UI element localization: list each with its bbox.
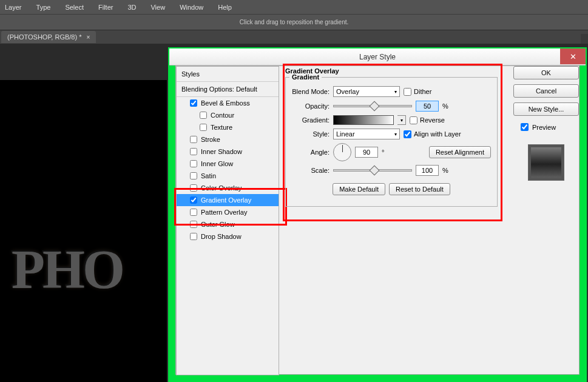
angle-wheel[interactable] <box>333 143 351 161</box>
scale-input[interactable] <box>416 165 439 176</box>
styles-header[interactable]: Styles <box>177 67 279 82</box>
dither-checkbox[interactable] <box>404 88 411 96</box>
opacity-slider[interactable] <box>333 105 412 107</box>
dialog-title: Layer Style <box>359 53 396 61</box>
style-checkbox[interactable] <box>200 124 207 131</box>
style-item-label: Stroke <box>201 136 220 143</box>
style-item-bevel-emboss[interactable]: Bevel & Emboss <box>177 97 279 109</box>
style-checkbox[interactable] <box>190 184 197 192</box>
menu-layer[interactable]: Layer <box>5 4 22 11</box>
dialog: Layer Style ✕ Styles Blending Options: D… <box>168 47 587 382</box>
style-item-stroke[interactable]: Stroke <box>177 133 279 146</box>
chevron-down-icon: ▾ <box>394 132 397 137</box>
angle-input[interactable] <box>355 147 378 158</box>
group-legend: Gradient <box>289 73 322 81</box>
style-select[interactable]: Linear▾ <box>333 129 400 139</box>
reset-alignment-button[interactable]: Reset Alignment <box>429 146 491 158</box>
blend-mode-select[interactable]: Overlay▾ <box>333 86 400 97</box>
opacity-input[interactable] <box>416 101 439 112</box>
tab-label: (PHOTOSHOP, RGB/8) * <box>7 33 81 41</box>
canvas-text: PHO <box>11 238 122 300</box>
document-tabs: (PHOTOSHOP, RGB/8) * × <box>0 30 588 44</box>
style-item-contour[interactable]: Contour <box>177 109 279 121</box>
menu-filter[interactable]: Filter <box>98 4 113 11</box>
chevron-down-icon: ▾ <box>394 89 397 95</box>
style-label: Style: <box>292 130 329 138</box>
style-checkbox[interactable] <box>190 209 197 216</box>
cancel-button[interactable]: Cancel <box>513 84 579 98</box>
dialog-titlebar[interactable]: Layer Style ✕ <box>169 49 586 65</box>
blend-mode-label: Blend Mode: <box>292 88 329 95</box>
style-checkbox[interactable] <box>190 148 197 155</box>
blending-options[interactable]: Blending Options: Default <box>177 82 279 97</box>
style-item-label: Bevel & Emboss <box>201 99 250 107</box>
close-icon[interactable]: × <box>86 34 90 41</box>
style-item-label: Texture <box>211 124 232 131</box>
reset-default-button[interactable]: Reset to Default <box>389 183 450 195</box>
new-style-button[interactable]: New Style... <box>513 102 579 116</box>
style-checkbox[interactable] <box>190 172 197 179</box>
action-buttons: OK Cancel New Style... Preview <box>513 66 579 181</box>
style-item-label: Drop Shadow <box>201 233 242 240</box>
style-checkbox[interactable] <box>190 136 197 143</box>
angle-label: Angle: <box>292 149 329 156</box>
dialog-body: Styles Blending Options: Default Bevel &… <box>175 65 580 375</box>
style-item-outer-glow[interactable]: Outer Glow <box>177 218 279 230</box>
style-item-satin[interactable]: Satin <box>177 170 279 182</box>
document-tab[interactable]: (PHOTOSHOP, RGB/8) * × <box>1 31 96 43</box>
canvas[interactable]: PHO <box>0 80 167 382</box>
gradient-group: Gradient Blend Mode: Overlay▾ Dither Opa… <box>285 77 498 207</box>
menu-select[interactable]: Select <box>65 4 84 11</box>
tool-hint: Click and drag to reposition the gradien… <box>0 15 588 30</box>
style-checkbox[interactable] <box>190 160 197 167</box>
gradient-dropdown[interactable]: ▾ <box>397 115 406 125</box>
gradient-swatch[interactable] <box>333 115 394 125</box>
style-item-inner-shadow[interactable]: Inner Shadow <box>177 146 279 158</box>
style-item-label: Satin <box>201 172 216 179</box>
menu-bar: Layer Type Select Filter 3D View Window … <box>0 0 588 15</box>
style-checkbox[interactable] <box>190 99 197 107</box>
align-checkbox[interactable] <box>404 130 411 138</box>
style-item-label: Gradient Overlay <box>201 196 251 204</box>
style-item-inner-glow[interactable]: Inner Glow <box>177 158 279 170</box>
style-item-gradient-overlay[interactable]: Gradient Overlay <box>177 194 279 206</box>
style-item-texture[interactable]: Texture <box>177 121 279 133</box>
preview-swatch <box>528 144 564 181</box>
style-item-label: Inner Glow <box>201 160 233 167</box>
style-checkbox[interactable] <box>200 112 207 119</box>
scale-label: Scale: <box>292 167 329 174</box>
menu-help[interactable]: Help <box>218 4 232 11</box>
reverse-checkbox[interactable] <box>410 116 417 124</box>
style-item-drop-shadow[interactable]: Drop Shadow <box>177 230 279 243</box>
style-item-label: Pattern Overlay <box>201 209 247 216</box>
options-panel: Gradient Overlay Gradient Blend Mode: Ov… <box>285 66 498 207</box>
menu-type[interactable]: Type <box>36 4 51 11</box>
menu-window[interactable]: Window <box>180 4 203 11</box>
ok-button[interactable]: OK <box>513 66 579 79</box>
dialog-close-button[interactable]: ✕ <box>560 49 586 64</box>
make-default-button[interactable]: Make Default <box>333 183 385 195</box>
style-item-label: Inner Shadow <box>201 148 242 155</box>
menu-3d[interactable]: 3D <box>127 4 136 11</box>
style-item-label: Contour <box>211 112 234 119</box>
scale-slider[interactable] <box>333 169 412 172</box>
style-item-color-overlay[interactable]: Color Overlay <box>177 182 279 194</box>
style-checkbox[interactable] <box>190 221 197 228</box>
opacity-label: Opacity: <box>292 102 329 110</box>
style-item-pattern-overlay[interactable]: Pattern Overlay <box>177 206 279 218</box>
style-item-label: Color Overlay <box>201 184 242 192</box>
menu-view[interactable]: View <box>150 4 165 11</box>
style-checkbox[interactable] <box>190 196 197 204</box>
style-checkbox[interactable] <box>190 233 197 240</box>
styles-list: Styles Blending Options: Default Bevel &… <box>176 66 279 375</box>
style-item-label: Outer Glow <box>201 221 235 228</box>
gradient-label: Gradient: <box>292 116 329 124</box>
preview-checkbox[interactable] <box>521 123 529 131</box>
